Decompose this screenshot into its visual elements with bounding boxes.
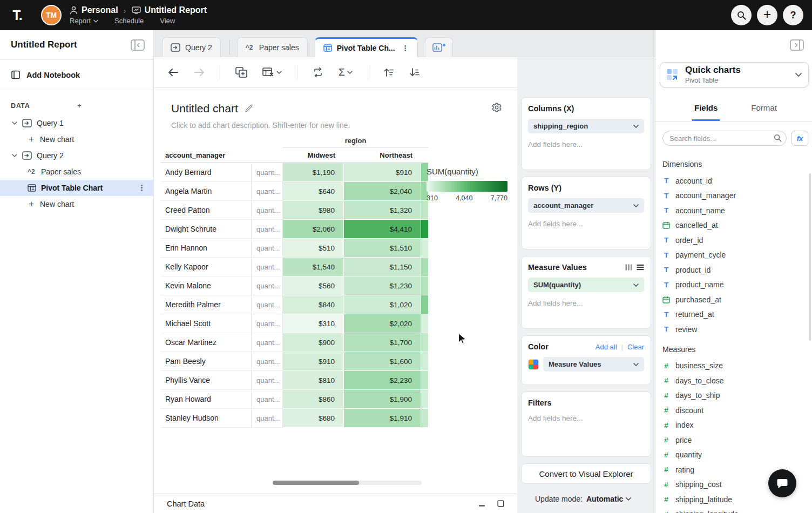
field-item-measure[interactable]: #index <box>662 418 809 433</box>
formula-button[interactable]: fx <box>791 131 808 146</box>
sidebar-new-chart-button[interactable]: +New chart <box>0 196 153 212</box>
add-button[interactable]: + <box>757 5 777 25</box>
duplicate-chart-button[interactable] <box>235 67 247 78</box>
pivot-column-header[interactable]: Midwest <box>283 147 344 163</box>
field-item-dimension[interactable]: Tproduct_name <box>662 278 809 293</box>
pivot-value-cell[interactable]: $1,320 <box>344 201 421 220</box>
undo-button[interactable] <box>168 68 179 77</box>
pivot-value-cell[interactable]: $1,230 <box>344 276 421 295</box>
edit-pencil-icon[interactable] <box>245 104 253 113</box>
sort-ascending-button[interactable] <box>383 68 394 77</box>
pivot-column-header[interactable]: Northeast <box>344 147 421 163</box>
chart-data-label[interactable]: Chart Data <box>167 500 478 508</box>
add-notebook-button[interactable]: Add Notebook <box>0 60 153 90</box>
sort-descending-button[interactable] <box>409 68 420 77</box>
column-options-button[interactable] <box>262 68 282 77</box>
pivot-value-cell[interactable]: $910 <box>283 352 344 371</box>
pivot-row-label[interactable]: Kelly Kapoor <box>161 258 252 276</box>
sidebar-chart-item[interactable]: ^2Paper sales <box>0 164 153 180</box>
tab-fields[interactable]: Fields <box>692 96 720 121</box>
search-button[interactable] <box>731 5 752 25</box>
tab-pivot-table-chart[interactable]: Pivot Table Ch... ⋮ <box>315 37 418 57</box>
pivot-row-label[interactable]: Phyllis Vance <box>161 371 252 390</box>
color-add-all-link[interactable]: Add all <box>596 343 617 351</box>
field-item-dimension[interactable]: purchased_at <box>662 292 809 307</box>
kebab-menu-icon[interactable]: ⋮ <box>138 183 146 193</box>
pivot-value-cell[interactable]: $310 <box>283 314 344 333</box>
pivot-value-cell[interactable]: $1,910 <box>344 409 421 428</box>
report-menu[interactable]: Report <box>70 17 98 25</box>
minimize-icon[interactable] <box>478 500 485 507</box>
rows-layout-icon[interactable] <box>637 264 644 271</box>
collapse-sidebar-button[interactable] <box>131 39 145 51</box>
pivot-value-cell[interactable]: $2,020 <box>344 314 421 333</box>
sidebar-query-item[interactable]: Query 1 <box>0 115 153 131</box>
chart-description-placeholder[interactable]: Click to add chart description. Shift-en… <box>171 121 350 130</box>
chart-settings-button[interactable] <box>491 102 502 113</box>
measure-drop-placeholder[interactable]: Add fields here... <box>528 299 644 307</box>
update-mode-select[interactable]: Automatic <box>586 495 631 503</box>
pivot-value-cell[interactable]: $900 <box>283 333 344 352</box>
rows-drop-placeholder[interactable]: Add fields here... <box>528 220 644 228</box>
help-button[interactable]: ? <box>783 5 803 25</box>
pivot-value-cell[interactable]: $910 <box>344 163 421 182</box>
chart-title[interactable]: Untitled chart <box>171 102 238 115</box>
pivot-value-cell[interactable]: $640 <box>283 182 344 201</box>
color-field-pill[interactable]: Measure Values <box>543 357 644 372</box>
chevron-down-icon[interactable] <box>12 122 17 125</box>
field-item-measure[interactable]: #shipping_longitude <box>662 507 809 513</box>
fields-scrollbar[interactable] <box>809 173 811 341</box>
pivot-row-field-header[interactable]: account_manager <box>161 147 252 163</box>
pivot-value-cell[interactable]: $1,020 <box>344 295 421 314</box>
color-palette-icon[interactable] <box>528 359 539 370</box>
pivot-value-cell[interactable]: $860 <box>283 390 344 409</box>
pivot-value-cell[interactable]: $1,540 <box>283 258 344 276</box>
add-data-button[interactable]: + <box>77 103 144 110</box>
field-item-measure[interactable]: #days_to_ship <box>662 388 809 403</box>
schedule-menu[interactable]: Schedule <box>114 17 144 25</box>
pivot-value-cell[interactable]: $1,900 <box>344 390 421 409</box>
measure-field-pill[interactable]: SUM(quantity) <box>528 278 644 292</box>
filters-drop-placeholder[interactable]: Add fields here... <box>528 414 644 422</box>
workspace-breadcrumb[interactable]: Personal <box>82 5 118 15</box>
rows-field-pill[interactable]: account_manager <box>528 198 644 213</box>
expand-panel-button[interactable] <box>790 39 804 51</box>
chevron-down-icon[interactable] <box>12 154 17 157</box>
pivot-value-cell[interactable]: $2,040 <box>344 182 421 201</box>
pivot-row-label[interactable]: Angela Martin <box>161 182 252 201</box>
pivot-value-cell[interactable]: $510 <box>283 239 344 258</box>
new-chart-tab-button[interactable] <box>425 37 453 57</box>
pivot-row-label[interactable]: Stanley Hudson <box>161 409 252 428</box>
horizontal-scrollbar[interactable] <box>273 481 422 485</box>
report-title-breadcrumb[interactable]: Untitled Report <box>145 5 207 15</box>
aggregate-button[interactable]: Σ <box>339 66 353 78</box>
tab-format[interactable]: Format <box>749 96 779 121</box>
pivot-value-cell[interactable]: $2,060 <box>283 220 344 239</box>
chat-support-button[interactable] <box>768 469 796 497</box>
pivot-value-cell[interactable]: $980 <box>283 201 344 220</box>
field-item-measure[interactable]: #discount <box>662 403 809 418</box>
field-item-dimension[interactable]: Treview <box>662 322 809 337</box>
app-logo[interactable]: T. <box>0 8 35 23</box>
pivot-value-cell[interactable]: $810 <box>283 371 344 390</box>
pivot-value-cell[interactable]: $680 <box>283 409 344 428</box>
sidebar-new-chart-button[interactable]: +New chart <box>0 131 153 147</box>
search-fields-input[interactable] <box>662 131 787 146</box>
color-clear-link[interactable]: Clear <box>627 343 644 351</box>
pivot-row-label[interactable]: Erin Hannon <box>161 239 252 258</box>
pivot-row-label[interactable]: Kevin Malone <box>161 276 252 295</box>
pivot-value-cell[interactable]: $2,230 <box>344 371 421 390</box>
field-item-measure[interactable]: #quantity <box>662 448 809 463</box>
pivot-row-label[interactable]: Pam Beesly <box>161 352 252 371</box>
field-item-dimension[interactable]: Taccount_name <box>662 203 809 218</box>
pivot-row-label[interactable]: Oscar Martinez <box>161 333 252 352</box>
pivot-row-label[interactable]: Dwight Schrute <box>161 220 252 239</box>
field-item-dimension[interactable]: Taccount_id <box>662 173 809 188</box>
pivot-row-label[interactable]: Michael Scott <box>161 314 252 333</box>
columns-drop-placeholder[interactable]: Add fields here... <box>528 140 644 148</box>
columns-layout-icon[interactable] <box>625 264 632 271</box>
expand-panel-icon[interactable] <box>497 500 504 507</box>
field-item-measure[interactable]: #business_size <box>662 359 809 374</box>
tab-query-2[interactable]: Query 2 <box>162 37 221 57</box>
tab-kebab-menu-icon[interactable]: ⋮ <box>402 44 409 52</box>
